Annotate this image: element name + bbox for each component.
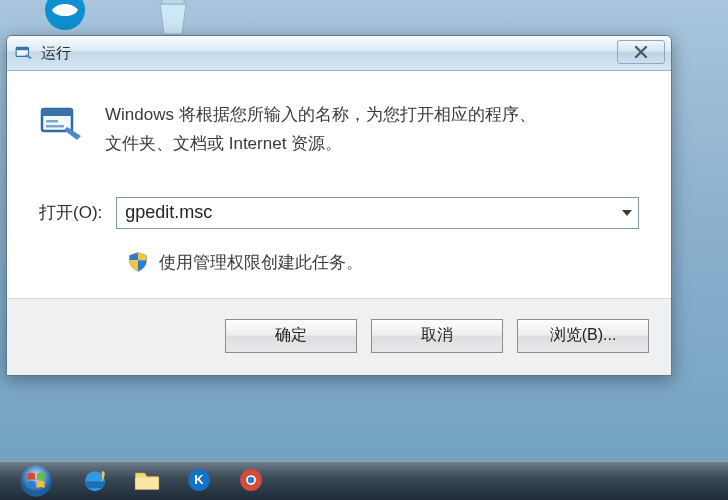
folder-icon — [133, 467, 161, 493]
taskbar-item-explorer[interactable] — [124, 464, 170, 496]
close-button[interactable] — [617, 40, 665, 64]
taskbar-item[interactable] — [228, 464, 274, 496]
close-icon — [634, 45, 648, 59]
run-dialog: 运行 Windows 将根据您所输入的名称，为您打开相应的程序、 文件夹、文档或… — [6, 35, 672, 376]
svg-text:K: K — [194, 472, 204, 487]
run-icon — [15, 44, 33, 62]
description-line: 文件夹、文档或 Internet 资源。 — [105, 134, 342, 153]
command-combobox[interactable] — [116, 197, 639, 229]
svg-point-8 — [20, 465, 51, 496]
taskbar[interactable]: K — [0, 461, 728, 500]
description-line: Windows 将根据您所输入的名称，为您打开相应的程序、 — [105, 105, 536, 124]
taskbar-item[interactable]: K — [176, 464, 222, 496]
admin-note: 使用管理权限创建此任务。 — [159, 251, 363, 274]
ok-button[interactable]: 确定 — [225, 319, 357, 353]
chevron-down-icon — [622, 210, 632, 216]
windows-start-icon — [19, 464, 53, 498]
recycle-bin-icon — [148, 0, 198, 40]
start-button[interactable] — [6, 464, 66, 498]
browse-button[interactable]: 浏览(B)... — [517, 319, 649, 353]
run-icon — [39, 103, 83, 147]
dialog-description: Windows 将根据您所输入的名称，为您打开相应的程序、 文件夹、文档或 In… — [105, 101, 536, 159]
open-label: 打开(O): — [39, 201, 102, 224]
svg-rect-7 — [46, 125, 64, 128]
app-icon: K — [186, 467, 212, 493]
svg-rect-1 — [162, 0, 184, 4]
command-input[interactable] — [117, 199, 616, 227]
app-icon — [238, 467, 264, 493]
taskbar-item-ie[interactable] — [72, 464, 118, 496]
svg-rect-10 — [135, 478, 158, 490]
bird-icon — [40, 0, 90, 38]
dialog-title: 运行 — [41, 44, 71, 63]
dropdown-button[interactable] — [616, 198, 638, 228]
svg-rect-3 — [16, 47, 28, 50]
cancel-button[interactable]: 取消 — [371, 319, 503, 353]
shield-icon — [127, 251, 149, 273]
svg-rect-5 — [42, 109, 72, 116]
internet-explorer-icon — [80, 465, 110, 495]
dialog-footer: 确定 取消 浏览(B)... — [7, 298, 671, 375]
svg-point-15 — [248, 477, 255, 484]
svg-rect-6 — [46, 120, 58, 123]
title-bar[interactable]: 运行 — [7, 36, 671, 71]
dialog-body: Windows 将根据您所输入的名称，为您打开相应的程序、 文件夹、文档或 In… — [7, 71, 671, 298]
